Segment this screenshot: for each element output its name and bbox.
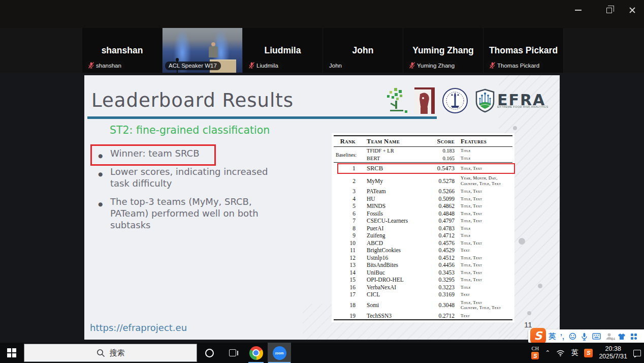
zoom-taskbar-button[interactable]: zoom	[268, 343, 291, 363]
efra-logo: EFRA EXTREME FOOD RISK ANALYTICS	[475, 88, 549, 113]
participant-label-text: Liudmila	[256, 63, 278, 69]
restore-button[interactable]	[599, 2, 619, 18]
cell-features: Title	[455, 148, 512, 154]
table-row: 13 BitsAndBites 0.4456 Title, Text	[334, 261, 512, 269]
tray-date: 2025/7/31	[599, 353, 627, 360]
leaderboard-table: Rank Team Name Score Features Baselines:…	[332, 133, 514, 322]
cell-team: OPI-DRO-HEL	[362, 277, 425, 283]
cell-rank: 18	[334, 302, 362, 308]
punctuation-icon[interactable]: ’,	[560, 332, 564, 341]
bullet-item: Winner: team SRCB	[96, 147, 285, 159]
task-view-button[interactable]	[221, 343, 244, 363]
cell-features: Text	[455, 313, 512, 319]
efra-tagline: EXTREME FOOD RISK ANALYTICS	[497, 105, 549, 108]
participant-label-text: Yuming Zhang	[417, 63, 455, 69]
muted-mic-icon	[88, 62, 94, 69]
participant-tile-shanshan[interactable]: shanshan shanshan	[82, 28, 163, 73]
cell-rank: 13	[334, 262, 362, 268]
sogou-ime-toolbar: S 英 ’, 34	[528, 329, 644, 343]
cell-score: 0.5266	[425, 188, 455, 194]
cell-score: 0.4862	[425, 203, 455, 209]
wifi-icon[interactable]	[556, 350, 565, 356]
cortana-button[interactable]	[198, 343, 221, 363]
participant-tile-thomas-pickard[interactable]: Thomas Pickard Thomas Pickard	[484, 28, 564, 73]
window-titlebar	[0, 0, 644, 28]
participant-label-text: Thomas Pickard	[497, 63, 539, 69]
account-icon[interactable]: 34	[605, 332, 613, 340]
minimize-button[interactable]	[568, 2, 588, 18]
page-number: 11	[524, 320, 532, 329]
table-row: 4 HU 0.5099 Title, Text	[334, 195, 512, 203]
toolbox-icon[interactable]	[630, 333, 637, 340]
chrome-taskbar-button[interactable]	[244, 343, 268, 363]
skin-icon[interactable]	[618, 333, 626, 340]
cell-rank: 15	[334, 277, 362, 283]
cell-team: Somi	[362, 302, 425, 308]
cell-team: SRCB	[362, 165, 425, 172]
notification-icon	[633, 350, 641, 356]
cell-team: PATeam	[362, 188, 425, 194]
search-input[interactable]: 搜索	[24, 344, 197, 362]
table-row: 10 ABCD 0.4576 Title, Text	[334, 239, 512, 247]
cell-team: Ustnlp16	[362, 255, 425, 261]
voice-input-icon[interactable]	[581, 332, 588, 341]
cell-rank: 12	[334, 255, 362, 261]
participant-label: ACL Speaker W17	[165, 62, 221, 70]
ime-indicator[interactable]: CH S	[531, 346, 539, 359]
cell-features: Title	[455, 156, 512, 161]
participant-tile-acl-speaker-w17[interactable]: ACL Speaker W17	[163, 28, 243, 73]
athens-statue-logo	[414, 87, 435, 114]
zoom-icon: zoom	[273, 346, 286, 360]
sogou-logo-icon[interactable]: S	[530, 328, 546, 344]
cell-team: MyMy	[362, 178, 425, 184]
cell-rank: 17	[334, 291, 362, 297]
cell-score: 0.4783	[425, 225, 455, 231]
start-button[interactable]	[0, 343, 23, 363]
project-link[interactable]: https://efraproject.eu	[90, 322, 187, 333]
cell-rank: 10	[334, 240, 362, 246]
cell-features: Title, Text	[455, 203, 512, 209]
table-row: 19 TechSSN3 0.2712 Text	[334, 312, 512, 320]
cell-features: Title, Text	[455, 189, 512, 194]
action-center-button[interactable]	[633, 350, 641, 356]
cell-score: 0.4712	[425, 232, 455, 238]
table-row: 17 CICL 0.3169 Text	[334, 291, 512, 298]
cell-team: CSECU-Learners	[362, 218, 425, 224]
table-row: 2 MyMy 0.5278 Year, Month, Day,Country, …	[334, 174, 512, 188]
tray-expand-chevron[interactable]: ⌃	[545, 349, 550, 356]
participant-tile-liudmila[interactable]: Liudmila Liudmila	[243, 28, 323, 73]
sogou-status-icon[interactable]: S	[584, 349, 593, 357]
cell-team: BitsAndBites	[362, 262, 425, 268]
cell-score: 0.4576	[425, 240, 455, 246]
cell-score: 0.3453	[425, 269, 455, 276]
emoji-icon[interactable]	[569, 332, 576, 340]
participant-label: John	[326, 62, 346, 70]
slide-title: Leaderboard Results	[91, 89, 294, 111]
restore-icon	[606, 8, 612, 13]
cell-score: 0.165	[425, 156, 455, 161]
cell-score: 0.4512	[425, 255, 455, 261]
bullet-text: Lower scores, indicating increased task …	[110, 166, 268, 189]
cell-features: Text	[455, 292, 512, 297]
bullet-text: Winner: team SRCB	[110, 148, 200, 159]
task-view-icon	[229, 349, 236, 356]
pattern-dot	[538, 284, 542, 288]
cell-rank: 14	[334, 269, 362, 276]
cell-rank: 6	[334, 210, 362, 217]
ime-language-toggle[interactable]: 英	[549, 332, 556, 341]
minimize-icon	[575, 10, 582, 11]
cell-rank: 8	[334, 225, 362, 231]
clock[interactable]: 20:38 2025/7/31	[599, 345, 627, 360]
cell-team: Zuifeng	[362, 232, 425, 238]
close-button[interactable]	[623, 2, 642, 18]
cell-score: 0.4529	[425, 247, 455, 253]
participant-tile-yuming-zhang[interactable]: Yuming Zhang Yuming Zhang	[403, 28, 484, 73]
ime-en-indicator[interactable]: 英	[571, 348, 578, 357]
cell-features: Title, Text	[455, 196, 512, 202]
table-row: 9 Zuifeng 0.4712 Title	[334, 232, 512, 239]
cell-score: 0.4456	[425, 262, 455, 268]
baselines-block: Baselines: TFIDF + LR 0.183 Title BERT 0…	[334, 147, 512, 163]
keyboard-icon[interactable]	[592, 333, 601, 340]
cell-features: Title, Text	[455, 277, 512, 283]
participant-tile-john[interactable]: John John	[323, 28, 403, 73]
